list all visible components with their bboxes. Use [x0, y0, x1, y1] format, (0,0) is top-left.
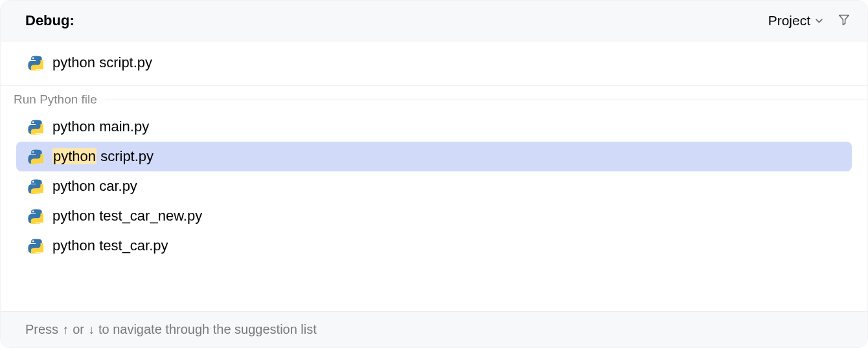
footer-text-rest: to navigate through the suggestion list: [98, 322, 317, 337]
suggestion-label: python test_car_new.py: [52, 208, 202, 224]
popup-title: Debug:: [25, 12, 74, 29]
suggestion-item[interactable]: python test_car.py: [16, 231, 852, 261]
suggestion-item[interactable]: python test_car_new.py: [16, 201, 852, 231]
filter-icon: [837, 12, 851, 29]
scope-label: Project: [768, 13, 810, 28]
python-icon: [28, 208, 43, 224]
python-icon: [28, 238, 43, 254]
footer-hint: Press ↑ or ↓ to navigate through the sug…: [1, 311, 867, 347]
search-input-value: python script.py: [52, 54, 152, 71]
suggestion-list: python main.pypython script.pypython car…: [16, 112, 852, 261]
suggestion-item[interactable]: python script.py: [16, 142, 852, 171]
chevron-down-icon: [814, 16, 823, 25]
footer-text-press: Press: [25, 322, 58, 337]
python-icon: [28, 55, 43, 71]
scope-selector[interactable]: Project: [768, 13, 823, 28]
suggestion-label: python script.py: [52, 148, 154, 165]
debug-popup: Debug: Project python script.py Run Pyth…: [0, 0, 868, 348]
section-header-divider: [105, 100, 867, 100]
filter-button[interactable]: [836, 13, 852, 28]
match-highlight: python: [52, 148, 97, 164]
suggestion-label: python car.py: [52, 178, 137, 195]
suggestion-item[interactable]: python car.py: [16, 171, 852, 201]
python-icon: [28, 149, 43, 164]
suggestion-label: python main.py: [52, 118, 149, 135]
python-icon: [28, 179, 43, 194]
header-actions: Project: [768, 13, 852, 28]
suggestion-label: python test_car.py: [52, 237, 168, 254]
footer-text-or: or: [73, 322, 84, 337]
section-header-label: Run Python file: [14, 92, 97, 107]
up-arrow-icon: ↑: [62, 322, 69, 337]
down-arrow-icon: ↓: [88, 322, 95, 337]
popup-header: Debug: Project: [1, 1, 867, 41]
section-header: Run Python file: [1, 86, 867, 112]
python-icon: [28, 119, 43, 135]
suggestion-item[interactable]: python main.py: [16, 112, 852, 142]
search-input-row[interactable]: python script.py: [1, 41, 867, 86]
